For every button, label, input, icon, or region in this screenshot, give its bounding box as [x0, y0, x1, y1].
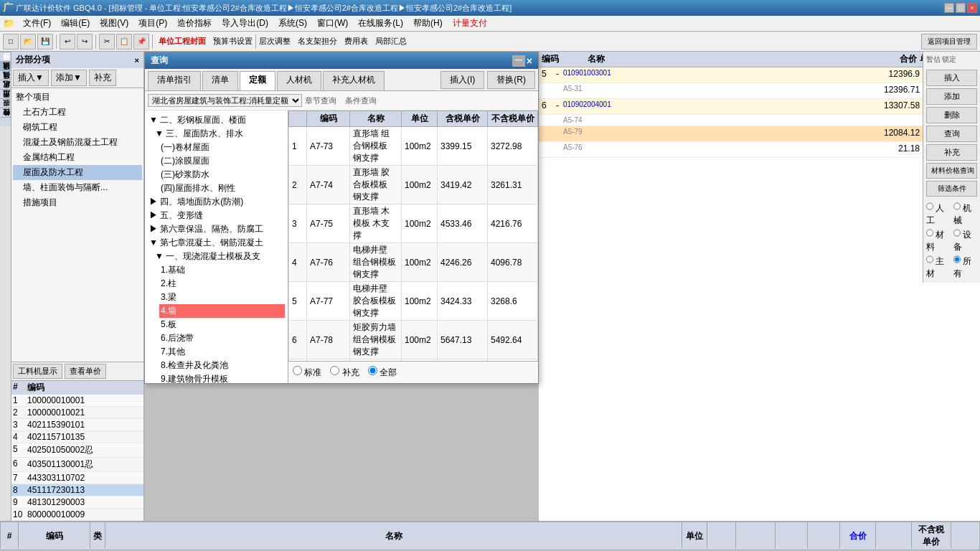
quota-library-select[interactable]: 湖北省房屋建筑与装饰工程:消耗量定额: [148, 94, 302, 107]
paste-btn[interactable]: 📌: [133, 34, 149, 50]
list-item[interactable]: 6403501130001忍: [11, 458, 143, 472]
tree-ch6-insulation[interactable]: ▶ 第六章保温、隔热、防腐工: [148, 222, 285, 236]
dialog-minimize[interactable]: —: [512, 55, 525, 67]
tree-wall-waterproof[interactable]: ▶ 四、墙地面防水(防潮): [148, 195, 285, 209]
tree-beam[interactable]: 3.梁: [159, 291, 285, 304]
insert-btn-header[interactable]: 插入▼: [13, 70, 49, 86]
radio-labor[interactable]: 人工: [926, 202, 951, 227]
list-item[interactable]: 4402115710135: [11, 431, 143, 443]
add-btn-header[interactable]: 添加▼: [51, 70, 87, 86]
table-row[interactable]: 2A7-74直形墙 胶合板模板 钢支撑100m23419.423261.31: [289, 166, 538, 204]
tree-inspection-well[interactable]: 8.检查井及化粪池: [159, 359, 285, 372]
condition-query-label[interactable]: 条件查询: [345, 95, 377, 106]
menu-view[interactable]: 视图(V): [95, 16, 133, 31]
vtab-compliance[interactable]: 符合性检查: [0, 117, 11, 126]
tree-concrete[interactable]: 混凝土及钢筋混凝土工程: [13, 135, 142, 150]
vtab-other[interactable]: 其他项目: [0, 80, 11, 89]
menu-file[interactable]: 文件(F): [19, 16, 55, 31]
tree-wall[interactable]: 4.墙: [159, 304, 285, 318]
radio-machine[interactable]: 机械: [953, 202, 978, 227]
radio-main-material[interactable]: 主材: [926, 255, 951, 280]
tab-budget-settings[interactable]: 预算书设置: [213, 36, 253, 47]
cut-btn[interactable]: ✂: [99, 34, 115, 50]
table-row[interactable]: 6-01090200400113307.58房屋建筑工程: [539, 99, 980, 115]
menu-edit[interactable]: 编辑(E): [57, 16, 94, 31]
tree-whole-project[interactable]: 整个项目: [13, 90, 142, 105]
menu-quota-index[interactable]: 造价指标: [173, 16, 216, 31]
tab-single-project[interactable]: 单位工程封面: [159, 36, 206, 47]
tree-coating-roof[interactable]: (二)涂膜屋面: [159, 154, 285, 168]
chapter-query-label[interactable]: 章节查询: [305, 95, 336, 106]
tree-post-pour[interactable]: 6.后浇带: [159, 331, 285, 345]
tree-metal[interactable]: 金属结构工程: [13, 150, 142, 165]
list-item[interactable]: 1100000010001: [11, 395, 143, 407]
open-btn[interactable]: 📂: [20, 34, 36, 50]
return-project-btn[interactable]: 返回项目管理: [921, 34, 977, 50]
check-unit-price-btn[interactable]: 查看单价: [65, 364, 106, 379]
table-row[interactable]: 1A7-73直形墙 组合钢模板 钢支撑100m23399.153272.98: [289, 127, 538, 166]
menu-help[interactable]: 帮助(H): [409, 16, 447, 31]
radio-standard[interactable]: 标准: [293, 366, 321, 379]
minimize-btn[interactable]: —: [944, 3, 954, 13]
vtab-overview[interactable]: 工程概况: [0, 52, 11, 61]
tree-column[interactable]: 2.柱: [159, 277, 285, 291]
vtab-report[interactable]: 报表: [0, 108, 11, 117]
tree-masonry[interactable]: 砌筑工程: [13, 120, 142, 135]
tree-roof-drain[interactable]: (四)屋面排水、刚性: [159, 182, 285, 195]
menu-system[interactable]: 系统(S): [274, 16, 311, 31]
tree-deform-joint[interactable]: ▶ 五、变形缝: [148, 209, 285, 222]
radio-material[interactable]: 材料: [926, 228, 951, 253]
copy-btn[interactable]: 📋: [116, 34, 132, 50]
tree-cast-formwork[interactable]: ▼ 一、现浇混凝土模板及支: [154, 250, 285, 263]
list-item[interactable]: 2100000010021: [11, 407, 143, 419]
table-row[interactable]: A5-7912084.12房屋建筑工程: [539, 126, 980, 142]
query-right-btn[interactable]: 查询: [926, 126, 977, 142]
tree-other[interactable]: 7.其他: [159, 345, 285, 359]
tree-colorsteel-roof[interactable]: ▼ 二、彩钢板屋面、楼面: [148, 113, 285, 127]
redo-btn[interactable]: ↪: [77, 34, 93, 50]
supplement-right-btn[interactable]: 补充: [926, 144, 977, 161]
list-item[interactable]: 3402115390101: [11, 419, 143, 431]
tab-partial-sum[interactable]: 局部汇总: [375, 36, 407, 47]
tab-cost[interactable]: 费用表: [344, 36, 368, 47]
menu-window[interactable]: 窗口(W): [313, 16, 352, 31]
new-btn[interactable]: □: [3, 34, 19, 50]
save-btn[interactable]: 💾: [37, 34, 53, 50]
insert-btn[interactable]: 插入(I): [440, 71, 484, 89]
dialog-tab-guide[interactable]: 清单指引: [148, 71, 201, 90]
tree-roof-waterproof[interactable]: ▼ 三、屋面防水、排水: [154, 127, 285, 141]
list-item[interactable]: 9481301290003: [11, 496, 143, 509]
menu-import-export[interactable]: 导入导出(D): [217, 16, 273, 31]
labor-material-display-btn[interactable]: 工料机显示: [13, 364, 62, 379]
close-btn[interactable]: ×: [967, 3, 977, 13]
menu-online[interactable]: 在线服务(L): [354, 16, 407, 31]
table-row[interactable]: 4A7-76电梯井壁 组合钢模板 钢支撑100m24246.264096.78: [289, 243, 538, 282]
tree-ch7-concrete[interactable]: ▼ 第七章混凝土、钢筋混凝土: [148, 236, 285, 250]
table-row[interactable]: 5A7-77电梯井壁 胶合板模板 钢支撑100m23424.333268.6: [289, 282, 538, 321]
dialog-tab-quota[interactable]: 定额: [240, 71, 275, 90]
dialog-close[interactable]: ×: [527, 55, 532, 67]
tab-support[interactable]: 名支架担分: [298, 36, 337, 47]
tree-foundation[interactable]: 1.基础: [159, 263, 285, 277]
tree-building-core[interactable]: 9.建筑物骨升模板: [159, 372, 285, 383]
vtab-labor-material[interactable]: 人材机汇总: [0, 89, 11, 98]
tree-slab[interactable]: 5.板: [159, 318, 285, 331]
supplement-btn-header[interactable]: 补充: [89, 70, 116, 86]
add-right-btn[interactable]: 添加: [926, 88, 977, 105]
dialog-tab-labor[interactable]: 人材机: [277, 71, 321, 90]
vtab-divisions[interactable]: 分部分项: [0, 61, 11, 70]
left-panel-close[interactable]: ×: [135, 56, 139, 65]
table-row[interactable]: A5-7621.18房屋建筑工程: [539, 142, 980, 158]
tree-earthwork[interactable]: 土石方工程: [13, 105, 142, 120]
tab-hierarchy[interactable]: 层次调整: [259, 36, 291, 47]
filter-btn[interactable]: 筛选条件: [926, 181, 977, 197]
radio-all[interactable]: 全部: [368, 366, 397, 379]
maximize-btn[interactable]: □: [956, 3, 966, 13]
tree-mortar-waterproof[interactable]: (三)砂浆防水: [159, 168, 285, 182]
table-row[interactable]: A5-74: [539, 115, 980, 126]
tree-roofing[interactable]: 屋面及防水工程: [13, 165, 142, 180]
vtab-cost-summary[interactable]: 费用汇总: [0, 98, 11, 108]
radio-all-filter[interactable]: 所有: [953, 255, 978, 280]
price-query-btn[interactable]: 材料价格查询: [926, 163, 977, 179]
list-item[interactable]: 7443303110702: [11, 472, 143, 484]
